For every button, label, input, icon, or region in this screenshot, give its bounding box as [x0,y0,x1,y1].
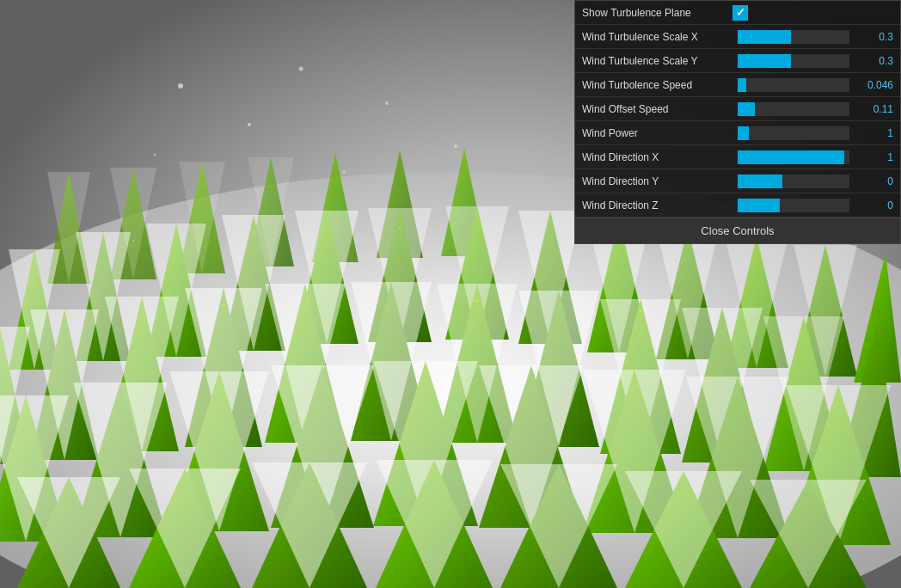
slider-fill-turb_speed [738,78,746,92]
slider-fill-turb_scale_x [738,30,791,44]
slider-value-turb_scale_y: 0.3 [855,55,893,67]
svg-point-108 [222,303,225,307]
slider-track-turb_scale_x[interactable] [738,30,849,44]
slider-fill-dir_z [738,199,780,212]
slider-track-turb_speed[interactable] [738,78,849,92]
slider-track-dir_x[interactable] [738,150,849,164]
slider-value-turb_speed: 0.046 [855,79,893,91]
slider-label-dir_z: Wind Direction Z [582,199,732,211]
svg-point-106 [399,227,401,230]
slider-label-wind_power: Wind Power [582,127,732,139]
slider-value-dir_x: 1 [855,151,893,163]
svg-point-4 [299,67,303,71]
slider-fill-turb_scale_y [738,54,791,68]
slider-track-dir_z[interactable] [738,199,849,212]
svg-point-9 [342,170,346,174]
svg-point-5 [385,101,389,105]
slider-value-turb_scale_x: 0.3 [855,31,893,43]
slider-row-turb_scale_y: Wind Turbulence Scale Y0.3 [575,49,900,73]
slider-value-dir_z: 0 [855,199,893,211]
close-controls-button[interactable]: Close Controls [575,217,900,243]
slider-row-turb_scale_x: Wind Turbulence Scale X0.3 [575,25,900,49]
svg-point-110 [639,309,642,313]
slider-track-dir_y[interactable] [738,175,849,188]
svg-point-104 [132,240,135,242]
slider-value-offset_speed: 0.11 [855,103,893,115]
slider-row-dir_z: Wind Direction Z0 [575,193,900,217]
svg-point-6 [154,154,156,156]
slider-fill-dir_x [738,150,844,164]
svg-point-3 [248,123,251,126]
turbulence-plane-checkbox-area [732,5,893,21]
slider-label-turb_scale_x: Wind Turbulence Scale X [582,31,732,43]
slider-label-turb_scale_y: Wind Turbulence Scale Y [582,55,732,67]
slider-row-turb_speed: Wind Turbolence Speed0.046 [575,73,900,97]
turbulence-plane-label: Show Turbulence Plane [582,7,732,19]
svg-point-105 [253,231,255,234]
slider-fill-dir_y [738,175,782,188]
slider-row-dir_y: Wind Direction Y0 [575,169,900,193]
slider-label-dir_y: Wind Direction Y [582,175,732,187]
slider-track-turb_scale_y[interactable] [738,54,849,68]
slider-track-offset_speed[interactable] [738,102,849,116]
svg-point-107 [67,316,70,320]
turbulence-plane-row: Show Turbulence Plane [575,1,900,25]
slider-fill-offset_speed [738,102,755,116]
slider-label-dir_x: Wind Direction X [582,151,732,163]
svg-point-2 [178,83,183,89]
svg-point-8 [454,144,457,148]
control-panel: Show Turbulence Plane Wind Turbulence Sc… [574,0,901,244]
slider-row-wind_power: Wind Power1 [575,121,900,145]
slider-row-dir_x: Wind Direction X1 [575,145,900,169]
slider-value-dir_y: 0 [855,175,893,187]
slider-rows: Wind Turbulence Scale X0.3Wind Turbulenc… [575,25,900,217]
slider-fill-wind_power [738,126,749,140]
slider-value-wind_power: 1 [855,127,893,139]
slider-row-offset_speed: Wind Offset Speed0.11 [575,97,900,121]
slider-track-wind_power[interactable] [738,126,849,140]
slider-label-offset_speed: Wind Offset Speed [582,103,732,115]
slider-label-turb_speed: Wind Turbolence Speed [582,79,732,91]
turbulence-plane-checkbox[interactable] [732,5,748,21]
svg-point-109 [475,299,479,303]
